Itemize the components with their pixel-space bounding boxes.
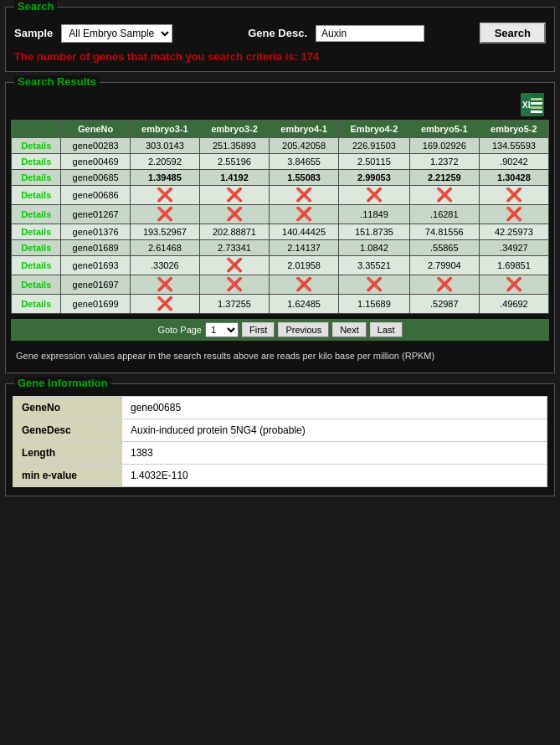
details-link[interactable]: Details: [21, 157, 51, 167]
no-value-icon: ❌: [295, 207, 312, 221]
geneno-cell: gene01693: [61, 256, 130, 275]
details-link[interactable]: Details: [21, 141, 51, 151]
no-value-icon: ❌: [226, 207, 243, 221]
geneno-cell: gene01699: [61, 295, 130, 314]
svg-rect-3: [531, 98, 542, 100]
value-cell: 2.01958: [270, 256, 339, 275]
value-cell: ❌: [409, 186, 479, 205]
no-value-icon: ❌: [436, 188, 453, 202]
col-header-e32: embryo3-2: [199, 121, 269, 138]
value-cell: ❌: [130, 295, 199, 314]
goto-page-label: Goto Page: [157, 325, 202, 335]
details-cell[interactable]: Details: [12, 275, 61, 295]
details-cell[interactable]: Details: [12, 186, 61, 205]
first-page-button[interactable]: First: [242, 322, 275, 337]
col-header-e51: embryo5-1: [409, 121, 479, 138]
details-cell[interactable]: Details: [12, 224, 61, 240]
value-cell: 1.39485: [130, 170, 199, 186]
no-value-icon: ❌: [295, 277, 312, 291]
details-cell[interactable]: Details: [12, 256, 61, 275]
details-cell[interactable]: Details: [12, 205, 61, 224]
table-header-row: GeneNo embryo3-1 embryo3-2 embryo4-1 Emb…: [12, 121, 549, 138]
value-cell: 1.2372: [409, 154, 479, 170]
value-cell: 1.30428: [479, 170, 548, 186]
value-cell: .52987: [409, 295, 479, 314]
geneno-cell: gene01267: [61, 205, 130, 224]
value-cell: 2.73341: [199, 240, 269, 256]
value-cell: 2.55196: [199, 154, 269, 170]
table-row: Detailsgene016892.614682.733412.141371.0…: [12, 240, 549, 256]
search-button[interactable]: Search: [480, 23, 546, 44]
details-link[interactable]: Details: [21, 227, 51, 237]
prev-page-button[interactable]: Previous: [278, 322, 329, 337]
value-cell: ❌: [339, 275, 410, 295]
no-value-icon: ❌: [295, 188, 312, 202]
value-cell: 3.35521: [339, 256, 410, 275]
no-value-icon: ❌: [157, 188, 173, 202]
value-cell: 2.14137: [270, 240, 339, 256]
rpkm-note: Gene expression values appear in the sea…: [11, 347, 549, 364]
gene-info-value: 1383: [122, 442, 547, 465]
gene-info-value: 1.4032E-110: [122, 465, 547, 487]
value-cell: 1.0842: [339, 240, 410, 256]
value-cell: 2.20592: [130, 154, 199, 170]
no-value-icon: ❌: [366, 188, 383, 202]
details-link[interactable]: Details: [21, 299, 51, 309]
col-header-e42: Embryo4-2: [339, 121, 410, 138]
geneno-cell: gene00685: [61, 170, 130, 186]
value-cell: ❌: [130, 275, 199, 295]
gene-info-section-title: Gene Information: [14, 377, 111, 389]
last-page-button[interactable]: Last: [370, 322, 403, 337]
search-section: Search Sample All Embryo Sample Embryo3-…: [5, 7, 555, 72]
value-cell: 1.62485: [270, 295, 339, 314]
value-cell: 42.25973: [479, 224, 548, 240]
gene-info-row: Length1383: [13, 442, 547, 465]
value-cell: 226.91503: [339, 138, 410, 154]
search-count: The number of genes that match you searc…: [14, 50, 546, 63]
no-value-icon: ❌: [226, 258, 243, 272]
value-cell: ❌: [199, 256, 269, 275]
geneno-cell: gene00686: [61, 186, 130, 205]
details-cell[interactable]: Details: [12, 240, 61, 256]
value-cell: 1.4192: [199, 170, 269, 186]
excel-export-icon[interactable]: XL: [519, 91, 546, 118]
value-cell: 2.61468: [130, 240, 199, 256]
value-cell: ❌: [479, 275, 548, 295]
value-cell: 151.8735: [339, 224, 410, 240]
value-cell: 1.37255: [199, 295, 269, 314]
value-cell: 205.42058: [270, 138, 339, 154]
page-select[interactable]: 1234 5678: [205, 322, 239, 337]
sample-select[interactable]: All Embryo Sample Embryo3-1 Embryo3-2 Em…: [61, 24, 172, 43]
details-link[interactable]: Details: [21, 190, 51, 200]
value-cell: 1.55083: [270, 170, 339, 186]
details-link[interactable]: Details: [21, 243, 51, 253]
gene-desc-input[interactable]: [316, 25, 424, 42]
results-table-wrap: GeneNo embryo3-1 embryo3-2 embryo4-1 Emb…: [11, 120, 549, 314]
details-cell[interactable]: Details: [12, 170, 61, 186]
details-cell[interactable]: Details: [12, 295, 61, 314]
table-row: Detailsgene00283303.0143251.35893205.420…: [12, 138, 549, 154]
table-row: Detailsgene01267❌❌❌.11849.16281❌: [12, 205, 549, 224]
next-page-button[interactable]: Next: [332, 322, 367, 337]
no-value-icon: ❌: [226, 277, 243, 291]
details-link[interactable]: Details: [21, 209, 51, 219]
gene-info-section: Gene Information GeneNogene00685GeneDesc…: [5, 383, 555, 496]
gene-desc-label: Gene Desc.: [248, 27, 307, 39]
value-cell: ❌: [339, 186, 410, 205]
details-cell[interactable]: Details: [12, 138, 61, 154]
gene-info-value: gene00685: [122, 397, 547, 419]
gene-info-label: GeneDesc: [13, 419, 122, 442]
details-link[interactable]: Details: [21, 260, 51, 270]
value-cell: ❌: [479, 205, 548, 224]
gene-info-row: min e-value1.4032E-110: [13, 465, 547, 487]
search-section-title: Search: [14, 0, 57, 13]
gene-info-label: min e-value: [13, 465, 122, 487]
table-row: Detailsgene006851.394851.41921.550832.99…: [12, 170, 549, 186]
details-link[interactable]: Details: [21, 172, 51, 182]
details-cell[interactable]: Details: [12, 154, 61, 170]
value-cell: 251.35893: [199, 138, 269, 154]
details-link[interactable]: Details: [21, 280, 51, 290]
table-row: Detailsgene01699❌1.372551.624851.15689.5…: [12, 295, 549, 314]
value-cell: 2.21259: [409, 170, 479, 186]
value-cell: ❌: [409, 275, 479, 295]
